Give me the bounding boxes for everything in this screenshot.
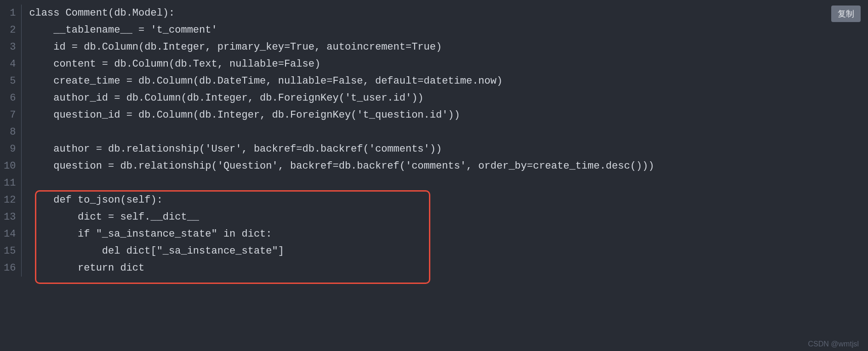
code-line: class Comment(db.Model): <box>29 5 868 22</box>
line-number: 6 <box>4 90 16 107</box>
code-line <box>29 124 868 141</box>
line-number-gutter: 1 2 3 4 5 6 7 8 9 10 11 12 13 14 15 16 <box>0 5 22 277</box>
code-content[interactable]: class Comment(db.Model): __tablename__ =… <box>22 5 868 277</box>
line-number: 10 <box>4 158 16 175</box>
code-line: question = db.relationship('Question', b… <box>29 158 868 175</box>
watermark: CSDN @wmtjsl <box>808 340 859 348</box>
code-line <box>29 175 868 192</box>
code-line: return dict <box>29 260 868 277</box>
code-line: def to_json(self): <box>29 192 868 209</box>
line-number: 3 <box>4 39 16 56</box>
line-number: 12 <box>4 192 16 209</box>
line-number: 11 <box>4 175 16 192</box>
line-number: 16 <box>4 260 16 277</box>
line-number: 8 <box>4 124 16 141</box>
line-number: 5 <box>4 73 16 90</box>
line-number: 15 <box>4 243 16 260</box>
code-line: author = db.relationship('User', backref… <box>29 141 868 158</box>
line-number: 4 <box>4 56 16 73</box>
code-line: dict = self.__dict__ <box>29 209 868 226</box>
line-number: 13 <box>4 209 16 226</box>
copy-button[interactable]: 复制 <box>831 6 861 22</box>
code-line: content = db.Column(db.Text, nullable=Fa… <box>29 56 868 73</box>
code-line: if "_sa_instance_state" in dict: <box>29 226 868 243</box>
line-number: 14 <box>4 226 16 243</box>
line-number: 7 <box>4 107 16 124</box>
code-line: question_id = db.Column(db.Integer, db.F… <box>29 107 868 124</box>
code-block: 1 2 3 4 5 6 7 8 9 10 11 12 13 14 15 16 c… <box>0 0 868 281</box>
code-line: del dict["_sa_instance_state"] <box>29 243 868 260</box>
code-line: id = db.Column(db.Integer, primary_key=T… <box>29 39 868 56</box>
line-number: 1 <box>4 5 16 22</box>
code-line: author_id = db.Column(db.Integer, db.For… <box>29 90 868 107</box>
line-number: 2 <box>4 22 16 39</box>
line-number: 9 <box>4 141 16 158</box>
code-line: create_time = db.Column(db.DateTime, nul… <box>29 73 868 90</box>
code-line: __tablename__ = 't_comment' <box>29 22 868 39</box>
